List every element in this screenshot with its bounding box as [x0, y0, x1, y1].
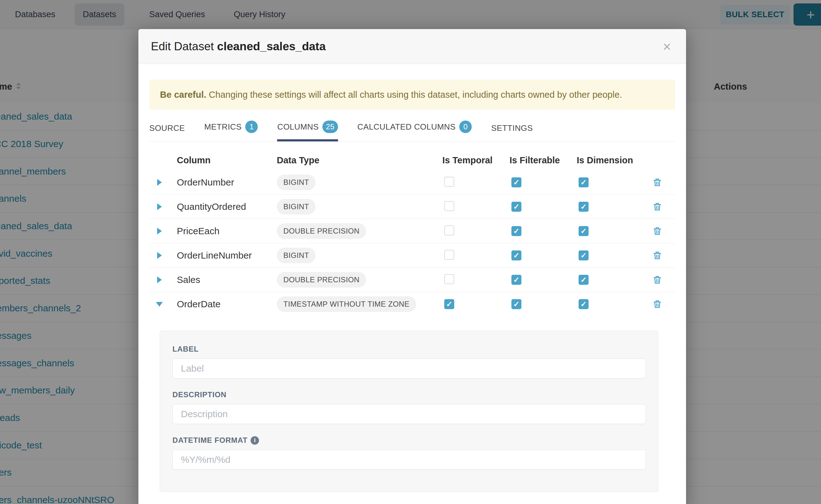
is-filterable-checkbox[interactable]: ✓	[512, 275, 522, 285]
column-name: PriceEach	[169, 226, 269, 236]
description-input[interactable]	[172, 404, 646, 424]
column-name: OrderNumber	[169, 177, 269, 188]
is-dimension-header: Is Dimension	[569, 155, 640, 166]
data-type-pill: DOUBLE PRECISION	[277, 223, 366, 239]
is-temporal-checkbox[interactable]: ✓	[444, 177, 454, 187]
data-type-pill: DOUBLE PRECISION	[277, 272, 366, 288]
info-icon[interactable]: i	[250, 436, 259, 445]
is-temporal-checkbox[interactable]: ✓	[444, 225, 454, 235]
table-row: QuantityOrdered BIGINT ✓ ✓ ✓	[149, 195, 675, 219]
modal-header: Edit Dataset cleaned_sales_data ×	[138, 29, 686, 64]
calculated-columns-count-badge: 0	[459, 121, 472, 133]
modal-body: Be careful. Changing these settings will…	[138, 64, 686, 492]
expand-caret-icon[interactable]	[149, 228, 169, 235]
table-row: Sales DOUBLE PRECISION ✓ ✓ ✓	[149, 268, 675, 292]
trash-icon[interactable]	[640, 202, 675, 212]
table-row: OrderNumber BIGINT ✓ ✓ ✓	[149, 170, 675, 195]
data-type-header: Data Type	[269, 155, 435, 166]
modal-tabs: SOURCE METRICS 1 COLUMNS 25 CALCULATED C…	[149, 118, 675, 141]
trash-icon[interactable]	[640, 299, 675, 309]
datetime-format-field-label: DATETIME FORMAT i	[172, 436, 645, 445]
metrics-count-badge: 1	[245, 121, 258, 133]
column-detail-panel: LABEL DESCRIPTION DATETIME FORMAT i	[160, 331, 658, 492]
columns-count-badge: 25	[322, 121, 338, 133]
datetime-format-input[interactable]	[172, 450, 646, 470]
label-input[interactable]	[172, 358, 646, 378]
column-name: OrderLineNumber	[169, 250, 269, 261]
is-temporal-checkbox[interactable]: ✓	[444, 201, 454, 211]
tab-columns[interactable]: COLUMNS 25	[277, 121, 338, 141]
is-filterable-checkbox[interactable]: ✓	[512, 250, 522, 260]
collapse-caret-icon[interactable]	[149, 302, 169, 307]
column-name: OrderDate	[169, 299, 269, 309]
is-temporal-checkbox[interactable]: ✓	[444, 250, 454, 260]
trash-icon[interactable]	[640, 250, 675, 260]
dataset-name: cleaned_sales_data	[217, 40, 326, 53]
is-temporal-header: Is Temporal	[435, 155, 502, 166]
label-field-label: LABEL	[172, 345, 645, 353]
expand-caret-icon[interactable]	[149, 252, 169, 259]
data-type-pill: BIGINT	[277, 199, 315, 215]
is-temporal-checkbox[interactable]: ✓	[444, 274, 454, 284]
modal-title: Edit Dataset cleaned_sales_data	[151, 40, 325, 53]
columns-table: Column Data Type Is Temporal Is Filterab…	[149, 150, 675, 316]
is-temporal-checkbox[interactable]: ✓	[444, 299, 454, 309]
is-filterable-checkbox[interactable]: ✓	[512, 226, 522, 236]
table-row-expanded: OrderDate TIMESTAMP WITHOUT TIME ZONE ✓ …	[149, 292, 675, 316]
tab-calculated-columns[interactable]: CALCULATED COLUMNS 0	[357, 121, 472, 141]
columns-table-header: Column Data Type Is Temporal Is Filterab…	[149, 150, 675, 170]
is-filterable-checkbox[interactable]: ✓	[512, 299, 522, 309]
data-type-pill: BIGINT	[277, 175, 315, 190]
is-filterable-header: Is Filterable	[502, 155, 569, 166]
is-dimension-checkbox[interactable]: ✓	[579, 250, 589, 260]
tab-source[interactable]: SOURCE	[149, 123, 185, 141]
is-dimension-checkbox[interactable]: ✓	[579, 202, 589, 212]
description-field-label: DESCRIPTION	[172, 390, 645, 399]
expand-caret-icon[interactable]	[149, 276, 169, 283]
column-name: Sales	[169, 274, 269, 285]
warning-bold: Be careful.	[160, 90, 206, 100]
warning-banner: Be careful. Changing these settings will…	[149, 80, 675, 110]
is-filterable-checkbox[interactable]: ✓	[512, 177, 522, 187]
is-dimension-checkbox[interactable]: ✓	[579, 177, 589, 187]
tab-settings[interactable]: SETTINGS	[491, 123, 533, 141]
close-icon[interactable]: ×	[660, 38, 674, 55]
column-name: QuantityOrdered	[169, 201, 269, 212]
table-row: PriceEach DOUBLE PRECISION ✓ ✓ ✓	[149, 219, 675, 243]
edit-dataset-modal: Edit Dataset cleaned_sales_data × Be car…	[138, 29, 686, 504]
warning-text: Changing these settings will affect all …	[206, 90, 622, 100]
is-filterable-checkbox[interactable]: ✓	[512, 202, 522, 212]
tab-metrics[interactable]: METRICS 1	[204, 121, 258, 141]
data-type-pill: BIGINT	[277, 248, 315, 263]
trash-icon[interactable]	[640, 275, 675, 285]
trash-icon[interactable]	[640, 226, 675, 236]
trash-icon[interactable]	[640, 177, 675, 187]
is-dimension-checkbox[interactable]: ✓	[579, 299, 589, 309]
table-row: OrderLineNumber BIGINT ✓ ✓ ✓	[149, 243, 675, 268]
column-header: Column	[169, 155, 269, 166]
is-dimension-checkbox[interactable]: ✓	[579, 226, 589, 236]
expand-caret-icon[interactable]	[149, 179, 169, 186]
data-type-pill: TIMESTAMP WITHOUT TIME ZONE	[277, 296, 416, 312]
expand-caret-icon[interactable]	[149, 203, 169, 210]
is-dimension-checkbox[interactable]: ✓	[579, 275, 589, 285]
